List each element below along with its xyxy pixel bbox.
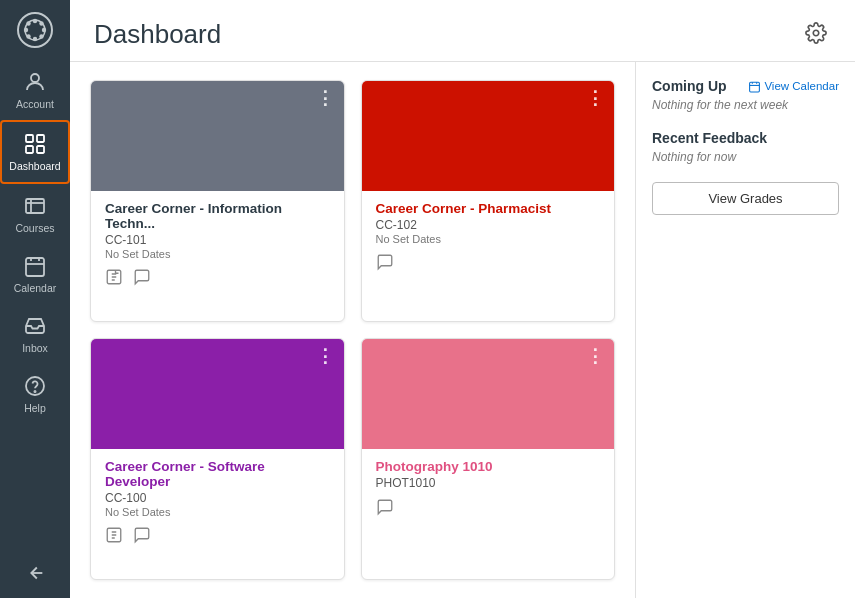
svg-point-6 [26,21,30,25]
card-icons-cc101 [105,268,330,286]
recent-feedback-section: Recent Feedback Nothing for now [652,130,839,164]
collapse-sidebar-icon [24,562,46,584]
svg-point-4 [24,28,28,32]
card-menu-phot1010[interactable]: ⋮ [586,347,604,365]
svg-rect-15 [26,199,44,213]
discussion-icon-cc102[interactable] [376,253,394,271]
sidebar-item-account[interactable]: Account [0,60,70,120]
course-title-phot1010: Photography 1010 [376,459,601,474]
coming-up-empty: Nothing for the next week [652,98,839,112]
canvas-logo-icon [17,12,53,48]
course-card-cc100: ⋮ Career Corner - Software Developer CC-… [90,338,345,580]
course-title-cc100: Career Corner - Software Developer [105,459,330,489]
sidebar-item-courses[interactable]: Courses [0,184,70,244]
coming-up-section: Coming Up View Calendar Nothing for the … [652,78,839,112]
sidebar-item-calendar-label: Calendar [14,282,57,294]
svg-point-23 [34,391,35,392]
course-dates-cc100: No Set Dates [105,506,330,518]
sidebar-item-inbox-label: Inbox [22,342,48,354]
card-body-cc102: Career Corner - Pharmacist CC-102 No Set… [362,191,615,283]
calendar-icon [23,254,47,278]
course-grid: ⋮ Career Corner - Information Techn... C… [70,62,635,598]
sidebar-item-calendar[interactable]: Calendar [0,244,70,304]
card-icons-cc100 [105,526,330,544]
main-content: Dashboard ⋮ Career Corner - Information … [70,0,855,598]
svg-point-8 [39,21,43,25]
view-grades-button[interactable]: View Grades [652,182,839,215]
svg-rect-14 [37,146,44,153]
page-title: Dashboard [94,19,221,50]
discussion-icon-cc100[interactable] [133,526,151,544]
right-panel: Coming Up View Calendar Nothing for the … [635,62,855,598]
courses-icon [23,194,47,218]
sidebar: Account Dashboard Courses Calendar [0,0,70,598]
svg-point-10 [31,74,39,82]
card-icons-phot1010 [376,498,601,516]
course-code-cc100: CC-100 [105,491,330,505]
svg-rect-11 [26,135,33,142]
svg-rect-18 [26,258,44,276]
discussion-icon-cc101[interactable] [133,268,151,286]
card-banner-cc101: ⋮ [91,81,344,191]
card-banner-cc100: ⋮ [91,339,344,449]
calendar-small-icon [748,80,761,93]
course-title-cc101: Career Corner - Information Techn... [105,201,330,231]
card-body-cc101: Career Corner - Information Techn... CC-… [91,191,344,298]
recent-feedback-title: Recent Feedback [652,130,767,146]
course-title-cc102: Career Corner - Pharmacist [376,201,601,216]
card-menu-cc102[interactable]: ⋮ [586,89,604,107]
edit-assignment-icon[interactable] [105,268,123,286]
account-icon [23,70,47,94]
svg-point-7 [39,34,43,38]
card-menu-cc101[interactable]: ⋮ [316,89,334,107]
sidebar-item-dashboard[interactable]: Dashboard [0,120,70,184]
sidebar-item-account-label: Account [16,98,54,110]
recent-feedback-empty: Nothing for now [652,150,839,164]
view-calendar-link[interactable]: View Calendar [748,80,839,93]
svg-rect-28 [750,82,760,92]
dashboard-options-button[interactable] [801,18,831,51]
edit-assignment-icon-cc100[interactable] [105,526,123,544]
course-dates-cc101: No Set Dates [105,248,330,260]
svg-point-0 [18,13,52,47]
course-card-cc102: ⋮ Career Corner - Pharmacist CC-102 No S… [361,80,616,322]
sidebar-item-help[interactable]: Help [0,364,70,424]
page-header: Dashboard [70,0,855,62]
dashboard-icon [23,132,47,156]
svg-point-25 [813,30,819,36]
card-icons-cc102 [376,253,601,271]
card-body-cc100: Career Corner - Software Developer CC-10… [91,449,344,556]
coming-up-title: Coming Up [652,78,727,94]
course-code-phot1010: PHOT1010 [376,476,601,490]
course-code-cc102: CC-102 [376,218,601,232]
sidebar-item-dashboard-label: Dashboard [9,160,60,172]
svg-point-3 [33,37,37,41]
svg-rect-13 [26,146,33,153]
sidebar-logo [0,0,70,60]
card-banner-cc102: ⋮ [362,81,615,191]
svg-point-9 [26,34,30,38]
sidebar-collapse-button[interactable] [0,548,70,598]
svg-point-2 [33,19,37,23]
recent-feedback-header: Recent Feedback [652,130,839,146]
discussion-icon-phot1010[interactable] [376,498,394,516]
course-code-cc101: CC-101 [105,233,330,247]
inbox-icon [23,314,47,338]
sidebar-item-help-label: Help [24,402,46,414]
course-card-phot1010: ⋮ Photography 1010 PHOT1010 [361,338,616,580]
card-menu-cc100[interactable]: ⋮ [316,347,334,365]
gear-icon [805,22,827,44]
card-body-phot1010: Photography 1010 PHOT1010 [362,449,615,528]
card-banner-phot1010: ⋮ [362,339,615,449]
svg-point-5 [42,28,46,32]
coming-up-header: Coming Up View Calendar [652,78,839,94]
svg-rect-12 [37,135,44,142]
course-dates-cc102: No Set Dates [376,233,601,245]
view-calendar-label: View Calendar [764,80,839,92]
content-area: ⋮ Career Corner - Information Techn... C… [70,62,855,598]
sidebar-item-inbox[interactable]: Inbox [0,304,70,364]
sidebar-item-courses-label: Courses [15,222,54,234]
course-card-cc101: ⋮ Career Corner - Information Techn... C… [90,80,345,322]
help-icon [23,374,47,398]
